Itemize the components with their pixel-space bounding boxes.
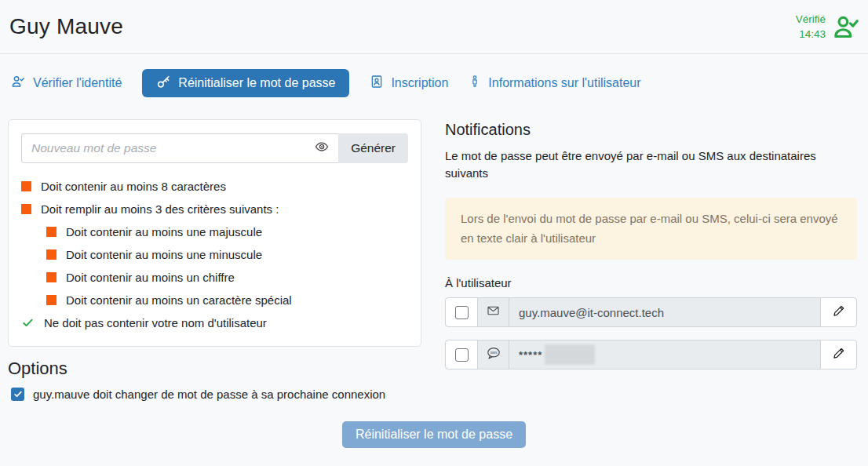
new-password-input[interactable] xyxy=(21,133,338,163)
header-divider xyxy=(0,53,868,54)
options-heading: Options xyxy=(8,359,421,379)
unmet-rule-icon xyxy=(46,249,57,260)
password-reset-page: Guy Mauve Vérifié 14:43 xyxy=(0,0,868,466)
notifications-description: Le mot de passe peut être envoyé par e-m… xyxy=(445,147,849,183)
unmet-rule-icon xyxy=(21,181,31,191)
reset-password-submit-button[interactable]: Réinitialiser le mot de passe xyxy=(342,421,526,448)
sms-bubble-icon: SMS xyxy=(486,347,501,363)
password-column: Générer Doit contenir au moins 8 caractè… xyxy=(8,119,421,401)
unmet-rule-icon xyxy=(46,227,57,237)
tab-label: Vérifier l'identité xyxy=(33,76,122,90)
email-recipient-row: guy.mauve@it-connect.tech xyxy=(445,297,857,327)
password-rule: Doit remplir au moins 3 des critères sui… xyxy=(21,202,408,216)
password-rule: Doit contenir au moins 8 caractères xyxy=(21,180,408,193)
pencil-icon xyxy=(832,347,845,363)
sms-recipient-value: ***** xyxy=(509,340,821,370)
toggle-password-visibility-button[interactable] xyxy=(312,139,332,158)
password-rule: Ne doit pas contenir votre nom d'utilisa… xyxy=(21,316,408,329)
footer: Réinitialiser le mot de passe xyxy=(8,421,860,448)
eye-icon xyxy=(313,140,330,156)
must-change-password-label: guy.mauve doit changer de mot de passe à… xyxy=(33,388,385,401)
password-card: Générer Doit contenir au moins 8 caractè… xyxy=(8,119,421,347)
unmet-rule-icon xyxy=(21,204,31,214)
verified-badge: Vérifié 14:43 xyxy=(796,11,860,42)
email-recipient-checkbox[interactable] xyxy=(455,306,469,319)
checked-checkbox[interactable] xyxy=(11,388,24,401)
met-rule-check-icon xyxy=(21,317,35,329)
tab-label: Inscription xyxy=(391,76,448,90)
tab-user-information[interactable]: Informations sur l'utilisateur xyxy=(469,69,640,97)
tab-label: Informations sur l'utilisateur xyxy=(488,76,640,90)
notifications-column: Notifications Le mot de passe peut être … xyxy=(445,119,860,383)
password-rule: Doit contenir au moins une minuscule xyxy=(46,248,408,261)
email-recipient-value: guy.mauve@it-connect.tech xyxy=(509,297,821,327)
svg-text:SMS: SMS xyxy=(490,351,497,355)
pencil-icon xyxy=(832,304,845,321)
header: Guy Mauve Vérifié 14:43 xyxy=(8,0,860,42)
verified-label: Vérifié xyxy=(796,13,826,27)
tab-label: Réinitialiser le mot de passe xyxy=(178,76,335,90)
password-rules-list: Doit contenir au moins 8 caractères Doit… xyxy=(21,180,408,329)
key-icon xyxy=(156,75,171,92)
recipient-group-label: À l'utilisateur xyxy=(445,276,860,289)
envelope-icon xyxy=(486,304,501,320)
edit-email-button[interactable] xyxy=(820,297,857,327)
cleartext-warning-banner: Lors de l'envoi du mot de passe par e-ma… xyxy=(445,198,857,260)
tab-bar: Vérifier l'identité Réinitialiser le mot… xyxy=(11,69,860,97)
page-title: Guy Mauve xyxy=(9,14,123,39)
main-content: Générer Doit contenir au moins 8 caractè… xyxy=(8,119,860,401)
must-change-password-option[interactable]: guy.mauve doit changer de mot de passe à… xyxy=(11,388,421,401)
unmet-rule-icon xyxy=(46,272,57,282)
tab-reset-password[interactable]: Réinitialiser le mot de passe xyxy=(142,69,349,97)
sms-recipient-row: SMS ***** xyxy=(445,340,857,370)
person-card-icon xyxy=(370,75,384,92)
person-check-icon xyxy=(11,75,26,92)
password-input-group: Générer xyxy=(21,133,408,163)
tab-verify-identity[interactable]: Vérifier l'identité xyxy=(11,69,122,97)
edit-sms-button[interactable] xyxy=(820,340,857,370)
unmet-rule-icon xyxy=(46,295,57,305)
password-rule: Doit contenir au moins une majuscule xyxy=(46,225,408,238)
password-rule: Doit contenir au moins un chiffre xyxy=(46,271,408,284)
person-check-verified-icon xyxy=(832,14,860,41)
password-rule: Doit contenir au moins un caractère spéc… xyxy=(46,293,408,307)
person-standing-icon xyxy=(469,75,481,92)
notifications-heading: Notifications xyxy=(445,121,860,139)
redacted-phone-blur xyxy=(545,344,595,365)
verified-time: 14:43 xyxy=(796,27,826,42)
sms-recipient-checkbox[interactable] xyxy=(455,348,469,362)
generate-password-button[interactable]: Générer xyxy=(338,133,408,163)
tab-registration[interactable]: Inscription xyxy=(370,69,448,97)
